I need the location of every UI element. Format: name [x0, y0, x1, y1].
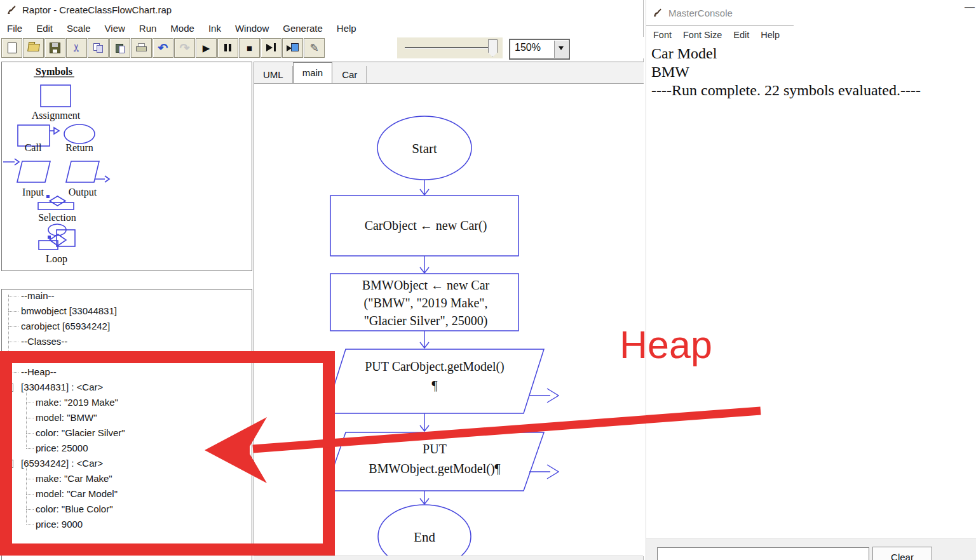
menu-mode[interactable]: Mode	[163, 23, 201, 34]
watch-tree-item[interactable]: color: "Glacier Silver"	[2, 425, 252, 441]
menu-scale[interactable]: Scale	[60, 23, 98, 34]
watch-tree-item[interactable]: make: "2019 Make"	[2, 395, 252, 410]
run-to-console-icon	[287, 43, 299, 52]
symbol-return[interactable]	[64, 124, 95, 143]
watch-tree-label: price: 9000	[36, 517, 83, 532]
tab-uml[interactable]: UML	[254, 66, 293, 83]
svg-text:Input: Input	[22, 187, 44, 198]
new-file-icon	[8, 43, 17, 53]
watch-tree-item[interactable]: model: "Car Model"	[2, 486, 252, 502]
clear-button[interactable]: Clear	[872, 547, 932, 560]
pause-button[interactable]	[217, 38, 238, 58]
tab-car[interactable]: Car	[333, 66, 367, 83]
print-button[interactable]	[131, 38, 152, 58]
flow-assignment-1-label[interactable]: CarObject ← new Car()	[334, 217, 518, 234]
watch-tree-label: --main--	[21, 289, 55, 303]
watch-tree-item[interactable]: Computation	[2, 349, 252, 364]
flowchart-canvas[interactable]: Start CarObject ← new Car() BMWObject ← …	[254, 62, 644, 556]
flow-end-label[interactable]: End	[380, 528, 469, 546]
menu-window[interactable]: Window	[228, 23, 276, 34]
redo-button[interactable]: ↷	[174, 38, 195, 58]
watch-tree-label: carobject [65934242]	[21, 319, 110, 334]
tab-main[interactable]: main	[293, 62, 333, 83]
console-menu-edit[interactable]: Edit	[728, 30, 755, 40]
play-button[interactable]: ▶	[196, 38, 217, 58]
zoom-slider-thumb[interactable]	[488, 39, 498, 57]
watch-tree-item[interactable]: --Classes--	[2, 334, 252, 349]
watch-tree-label: make: "2019 Make"	[36, 395, 118, 410]
pen-button[interactable]: ✎	[304, 38, 325, 58]
watch-tree-item[interactable]: price: 25000	[2, 441, 252, 456]
menu-view[interactable]: View	[98, 23, 132, 34]
tree-connector	[26, 433, 34, 434]
tree-connector	[8, 372, 18, 373]
menu-help[interactable]: Help	[330, 23, 363, 34]
zoom-slider-track[interactable]	[405, 47, 495, 48]
console-line: ----Run complete. 22 symbols evaluated.-…	[651, 81, 976, 100]
save-file-icon	[50, 43, 60, 53]
console-menu-font-size[interactable]: Font Size	[677, 30, 728, 40]
save-file-button[interactable]	[44, 38, 65, 58]
copy-icon	[93, 43, 104, 53]
stop-button[interactable]: ■	[239, 38, 260, 58]
step-button[interactable]	[261, 38, 281, 58]
console-menu-font[interactable]: Font	[647, 30, 677, 40]
watch-tree-item[interactable]: carobject [65934242]	[2, 319, 252, 334]
watch-tree-item[interactable]: --main--	[2, 289, 252, 303]
symbol-assignment[interactable]	[41, 85, 71, 107]
menu-run[interactable]: Run	[132, 23, 164, 34]
flow-start-label[interactable]: Start	[380, 140, 469, 157]
watch-tree-item[interactable]: make: "Car Make"	[2, 471, 252, 486]
flow-output-2-label[interactable]: PUT BMWObject.getModel()¶	[342, 439, 527, 479]
pen-icon: ✎	[309, 43, 318, 53]
menu-ink[interactable]: Ink	[201, 23, 228, 34]
zoom-level-select[interactable]: 150%	[509, 39, 570, 60]
symbol-output[interactable]	[66, 161, 99, 182]
open-file-button[interactable]	[23, 38, 44, 58]
console-input[interactable]	[657, 547, 869, 560]
watch-tree-item[interactable]: −[33044831] : <Car>	[2, 380, 252, 395]
watch-tree-item[interactable]: color: "Blue Color"	[2, 502, 252, 517]
watch-tree-item[interactable]: bmwobject [33044831]	[2, 303, 252, 319]
cut-button[interactable]: ✂	[66, 38, 87, 58]
collapse-icon[interactable]: −	[5, 383, 13, 392]
watch-tree-item[interactable]: −[65934242] : <Car>	[2, 456, 252, 471]
minimize-icon[interactable]: —	[965, 1, 975, 13]
menu-generate[interactable]: Generate	[276, 23, 330, 34]
flow-assignment-2-label[interactable]: BMWObject ← new Car ("BMW", "2019 Make",…	[334, 276, 518, 330]
paste-button[interactable]	[109, 38, 130, 58]
symbols-panel: Symbols Assignment Call Return Input Out…	[1, 62, 252, 271]
undo-button[interactable]: ↶	[152, 38, 173, 58]
canvas-horizontal-scrollbar[interactable]	[254, 556, 643, 560]
chevron-down-icon[interactable]	[554, 41, 568, 58]
play-icon: ▶	[203, 43, 210, 53]
watch-tree-item[interactable]: model: "BMW"	[2, 410, 252, 425]
masterconsole-window: MasterConsole — FontFont SizeEditHelp Ca…	[646, 0, 976, 560]
pause-icon	[224, 44, 227, 51]
symbol-input[interactable]	[17, 161, 50, 182]
watch-tree-item[interactable]: price: 9000	[2, 517, 252, 532]
collapse-icon[interactable]: −	[5, 460, 13, 468]
console-menu-help[interactable]: Help	[755, 30, 785, 40]
watch-tree-item[interactable]: --Heap--	[2, 364, 252, 380]
copy-button[interactable]	[88, 38, 109, 58]
menu-file[interactable]: File	[0, 23, 29, 34]
watch-tree-label: [33044831] : <Car>	[21, 380, 103, 395]
tree-connector	[26, 418, 34, 418]
tree-connector	[26, 524, 34, 525]
masterconsole-title: MasterConsole	[668, 8, 733, 18]
new-file-button[interactable]	[1, 38, 22, 58]
svg-text:Loop: Loop	[46, 253, 67, 265]
symbol-loop[interactable]	[39, 224, 75, 250]
console-line: BMW	[651, 63, 976, 81]
masterconsole-menubar: FontFont SizeEditHelp	[647, 26, 785, 43]
menu-edit[interactable]: Edit	[29, 23, 60, 34]
tree-connector	[26, 494, 34, 495]
step-icon	[266, 43, 276, 52]
masterconsole-titlebar: MasterConsole —	[646, 0, 976, 25]
watch-tree-label: bmwobject [33044831]	[21, 303, 117, 319]
run-to-console-button[interactable]	[282, 38, 303, 58]
watch-tree-label: make: "Car Make"	[36, 471, 112, 486]
stop-icon: ■	[247, 43, 252, 53]
flow-output-1-label[interactable]: PUT CarObject.getModel() ¶	[342, 357, 527, 395]
